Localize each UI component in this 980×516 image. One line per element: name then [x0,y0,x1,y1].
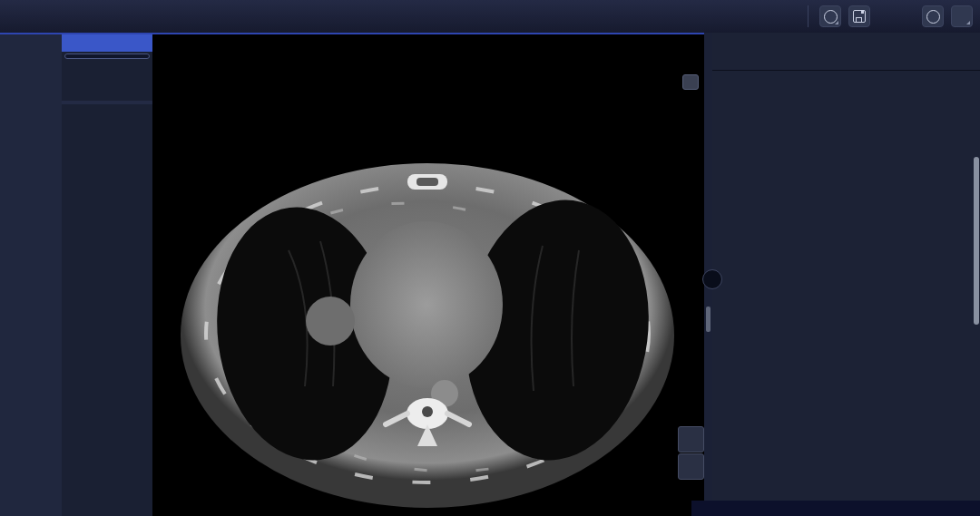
top-toolbar [0,0,980,34]
viewer-scrollbar-thumb[interactable] [706,307,710,332]
qc-radar-chart [712,82,980,288]
toolbar-mid-group [804,5,870,27]
link-series-button[interactable] [682,74,699,90]
save-button[interactable] [848,5,870,27]
info-button[interactable] [819,5,841,27]
study-dropdown[interactable] [64,54,150,59]
qc-score [712,37,980,50]
panel-scrollbar-thumb[interactable] [974,157,979,325]
disclaimer-banner [691,501,980,516]
info-icon [824,10,838,24]
slice-down-button[interactable] [678,453,704,480]
panel-expand-button[interactable] [702,269,722,289]
image-viewport[interactable] [152,33,712,516]
qc-subscores-header [712,71,980,78]
toolbar-separator [808,5,808,27]
scale-ruler [686,178,701,372]
slice-up-button[interactable] [678,426,704,453]
ct-axial-image [152,33,712,514]
application-window [0,0,980,516]
series-panel [62,33,152,516]
qc-panel [712,33,980,516]
series-count-header [62,33,152,52]
app-logo [9,2,56,20]
qc-grade-buttons [712,50,980,59]
series-group-label [62,101,152,104]
help-button[interactable] [922,5,944,27]
left-sidebar [0,33,63,516]
save-icon [853,10,866,23]
settings-button[interactable] [951,5,973,27]
toolbar-right-group [922,5,973,27]
help-icon [926,10,940,24]
